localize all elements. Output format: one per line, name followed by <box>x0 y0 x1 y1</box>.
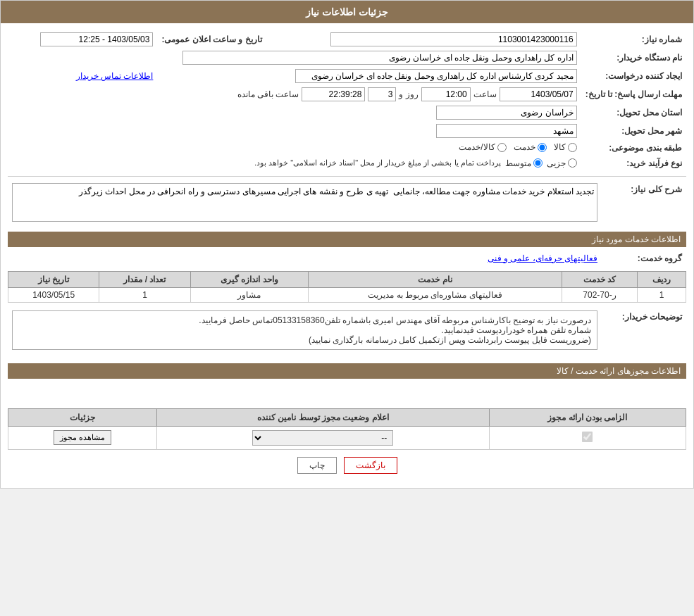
service-cell-2: فعالیتهای مشاوره‌ای مربوط به مدیریت <box>309 287 562 302</box>
permit-status-cell: -- <box>156 426 489 449</box>
contact-link[interactable]: اطلاعات تماس خریدار <box>76 71 154 81</box>
service-cell-3: مشاور <box>190 287 309 302</box>
service-cell-4: 1 <box>99 287 190 302</box>
category-khadamat-label: خدمت <box>514 142 535 152</box>
deadline-label: مهلت ارسال پاسخ: تا تاریخ: <box>581 85 686 103</box>
requester-label: ایجاد کننده درخواست: <box>581 67 686 85</box>
service-group-table: گروه خدمت: فعالیتهای حرفه‌ای، علمی و فنی <box>8 251 686 265</box>
category-khadamat-radio[interactable] <box>538 143 547 152</box>
process-label: نوع فرآیند خرید: <box>581 156 686 170</box>
permits-section-title-text: اطلاعات مجوزهای ارائه خدمت / کالا <box>557 366 681 376</box>
deadline-days-label: روز و <box>399 89 418 99</box>
services-section-title: اطلاعات خدمات مورد نیاز <box>8 232 686 247</box>
process-row: جزیی متوسط پرداخت تمام یا بخشی از مبلغ خ… <box>12 158 577 168</box>
process-note: پرداخت تمام یا بخشی از مبلغ خریدار از مح… <box>254 158 501 168</box>
header-title: جزئیات اطلاعات نیاز <box>306 6 388 18</box>
buyer-note-label: توضیحات خریدار: <box>602 308 686 358</box>
permit-row: --مشاهده مجوز <box>8 426 686 449</box>
services-table: ردیف کد خدمت نام خدمت واحد اندازه گیری ت… <box>8 271 686 303</box>
services-section-title-text: اطلاعات خدمات مورد نیاز <box>592 234 681 244</box>
permits-col-details: جزئیات <box>8 408 157 426</box>
deadline-remaining-label: ساعت باقی مانده <box>237 89 299 99</box>
permit-status-select[interactable]: -- <box>252 430 393 446</box>
view-permit-button[interactable]: مشاهده مجوز <box>54 430 111 445</box>
process-mottavasset-option[interactable]: متوسط <box>505 158 543 168</box>
process-mottavasset-label: متوسط <box>505 158 531 168</box>
permit-details-cell: مشاهده مجوز <box>8 426 157 449</box>
permit-required-cell <box>489 426 686 449</box>
need-number-input[interactable] <box>330 32 577 46</box>
category-khadamat-option[interactable]: خدمت <box>514 142 547 152</box>
category-radio-group: کالا خدمت کالا/خدمت <box>459 142 576 152</box>
requester-input[interactable] <box>295 69 577 83</box>
col-name: نام خدمت <box>309 271 562 287</box>
buyer-org-label: نام دستگاه خریدار: <box>581 49 686 67</box>
back-button[interactable]: بازگشت <box>344 457 397 474</box>
permit-required-checkbox[interactable] <box>582 431 593 442</box>
description-label: شرح کلی نیاز: <box>602 181 686 226</box>
deadline-date-input[interactable] <box>500 87 577 101</box>
province-label: استان محل تحویل: <box>581 103 686 122</box>
buyer-org-input[interactable] <box>182 51 577 65</box>
page-header: جزئیات اطلاعات نیاز <box>1 1 693 23</box>
deadline-time-label: ساعت <box>473 89 497 99</box>
col-row: ردیف <box>637 271 686 287</box>
province-input[interactable] <box>436 106 577 120</box>
deadline-remaining-input[interactable] <box>302 87 365 101</box>
btn-row: بازگشت چاپ <box>8 450 686 481</box>
process-jozii-label: جزیی <box>547 158 566 168</box>
category-kala-label: کالا <box>554 142 566 152</box>
announcement-date-value <box>8 30 157 49</box>
process-jozii-option[interactable]: جزیی <box>547 158 577 168</box>
announcement-date-input[interactable] <box>40 32 153 46</box>
city-input[interactable] <box>436 124 577 138</box>
announcement-date-label: تاریخ و ساعت اعلان عمومی: <box>157 30 266 49</box>
category-kala-khadamat-label: کالا/خدمت <box>459 142 495 152</box>
buyer-note-table: توضیحات خریدار: درصورت نیاز به توضیح باک… <box>8 308 686 358</box>
service-row: 1ر-70-702فعالیتهای مشاوره‌ای مربوط به مد… <box>8 287 686 302</box>
service-group-label: گروه خدمت: <box>602 251 686 265</box>
deadline-days-input[interactable] <box>368 87 396 101</box>
description-textarea[interactable]: تجدید استعلام خرید خدمات مشاوره جهت مطال… <box>12 183 597 222</box>
deadline-time-input[interactable] <box>421 87 471 101</box>
service-cell-5: 1403/05/15 <box>8 287 99 302</box>
permits-section-title: اطلاعات مجوزهای ارائه خدمت / کالا <box>8 363 686 379</box>
service-cell-1: ر-70-702 <box>562 287 638 302</box>
process-mottavasset-radio[interactable] <box>533 158 543 168</box>
permits-col-required: الزامی بودن ارائه مجوز <box>489 408 686 426</box>
process-jozii-radio[interactable] <box>568 158 577 168</box>
city-label: شهر محل تحویل: <box>581 122 686 140</box>
need-number-value <box>266 30 581 49</box>
buyer-note-text: درصورت نیاز به توضیح باکارشناس مربوطه آق… <box>199 315 591 345</box>
col-quantity: تعداد / مقدار <box>99 271 190 287</box>
need-number-label: شماره نیاز: <box>581 30 686 49</box>
service-cell-0: 1 <box>637 287 686 302</box>
service-group-link[interactable]: فعالیتهای حرفه‌ای، علمی و فنی <box>488 253 597 263</box>
category-label: طبقه بندی موضوعی: <box>581 140 686 156</box>
col-unit: واحد اندازه گیری <box>190 271 309 287</box>
category-kala-option[interactable]: کالا <box>554 142 577 152</box>
info-table: شماره نیاز: تاریخ و ساعت اعلان عمومی: نا… <box>8 30 686 170</box>
col-code: کد خدمت <box>562 271 638 287</box>
category-kala-khadamat-option[interactable]: کالا/خدمت <box>459 142 506 152</box>
category-kala-radio[interactable] <box>568 143 577 152</box>
print-button[interactable]: چاپ <box>297 457 337 474</box>
col-date: تاریخ نیاز <box>8 271 99 287</box>
category-kala-khadamat-radio[interactable] <box>497 143 507 152</box>
buyer-note-box: درصورت نیاز به توضیح باکارشناس مربوطه آق… <box>12 310 597 350</box>
permits-col-status: اعلام وضعیت مجوز توسط نامین کننده <box>156 408 489 426</box>
description-table: شرح کلی نیاز: تجدید استعلام خرید خدمات م… <box>8 181 686 226</box>
permits-table: الزامی بودن ارائه مجوز اعلام وضعیت مجوز … <box>8 408 686 450</box>
